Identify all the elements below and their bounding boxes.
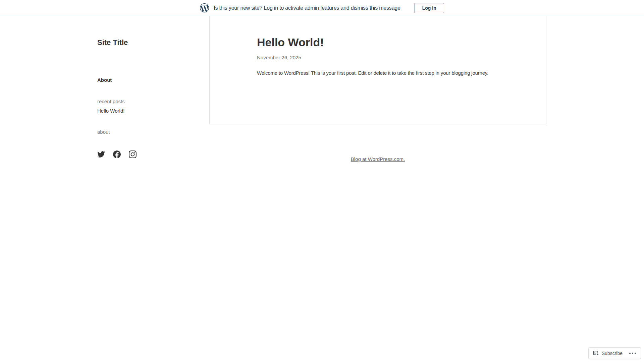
- secondary-nav-item-about[interactable]: about: [97, 129, 110, 135]
- twitter-icon[interactable]: [97, 150, 105, 158]
- ellipsis-icon: [629, 353, 631, 354]
- social-links: [97, 150, 137, 158]
- admin-banner-message: Is this your new site? Log in to activat…: [214, 5, 400, 11]
- log-in-button[interactable]: Log In: [415, 3, 444, 13]
- more-options-button[interactable]: [629, 351, 637, 355]
- post-title[interactable]: Hello World!: [257, 35, 499, 50]
- site-footer: Blog at WordPress.com.: [209, 156, 546, 162]
- admin-banner: Is this your new site? Log in to activat…: [0, 0, 644, 16]
- subscribe-label: Subscribe: [602, 351, 623, 356]
- recent-post-link-hello-world[interactable]: Hello World!: [97, 108, 124, 114]
- post-card: Hello World! November 26, 2025 Welcome t…: [209, 16, 546, 124]
- post-body: Welcome to WordPress! This is your first…: [257, 69, 499, 77]
- wordpress-logo-icon[interactable]: [200, 3, 209, 12]
- reader-subscribe-icon: [593, 350, 599, 356]
- post-date: November 26, 2025: [257, 55, 499, 60]
- nav-item-about[interactable]: About: [97, 77, 112, 83]
- facebook-icon[interactable]: [113, 150, 121, 158]
- wordpress-credit-link[interactable]: Blog at WordPress.com.: [351, 156, 405, 162]
- subscribe-actionbar: Subscribe: [588, 347, 641, 359]
- site-title-link[interactable]: Site Title: [97, 38, 128, 47]
- instagram-icon[interactable]: [129, 150, 137, 158]
- recent-posts-heading: recent posts: [97, 99, 125, 104]
- subscribe-button[interactable]: Subscribe: [593, 350, 623, 356]
